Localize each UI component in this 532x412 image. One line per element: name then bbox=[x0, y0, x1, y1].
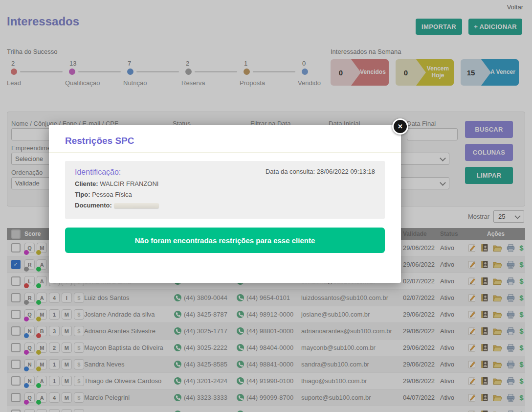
modal-divider bbox=[49, 153, 401, 153]
document-line: Documento: bbox=[75, 202, 375, 209]
type-line: Tipo: Pessoa Física bbox=[75, 191, 375, 198]
no-restrictions-banner: Não foram encontradas restrições para es… bbox=[65, 228, 385, 253]
spc-modal: ✕ Restrições SPC Identificação: Data da … bbox=[49, 125, 401, 283]
interessados-page: Voltar Interessados IMPORTAR + ADICIONAR… bbox=[0, 0, 532, 412]
redacted-document-value bbox=[114, 203, 159, 208]
identification-title: Identificação: bbox=[75, 168, 121, 177]
modal-title: Restrições SPC bbox=[65, 136, 385, 146]
close-icon[interactable]: ✕ bbox=[392, 118, 408, 135]
consult-date: Data da consulta: 28/06/2022 09:13:18 bbox=[266, 168, 375, 175]
client-line: Cliente: WALCIR FRANZONI bbox=[75, 180, 375, 187]
identification-panel: Identificação: Data da consulta: 28/06/2… bbox=[65, 161, 385, 219]
